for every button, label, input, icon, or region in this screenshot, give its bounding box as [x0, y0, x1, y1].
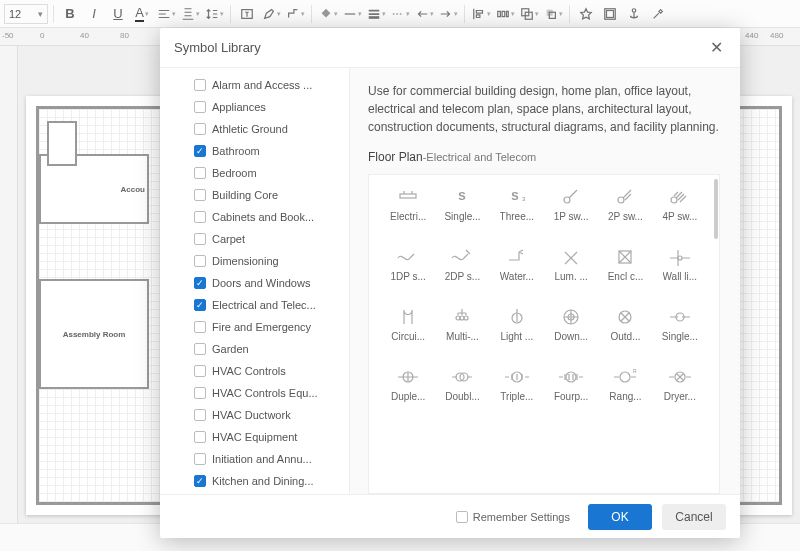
symbol-item[interactable]: SSingle... [435, 185, 489, 241]
checkbox-icon[interactable] [194, 79, 206, 91]
symbol-item[interactable]: S3Three... [490, 185, 544, 241]
line-weight-button[interactable] [365, 3, 387, 25]
symbol-item[interactable]: Wall li... [653, 245, 707, 301]
symbol-item[interactable]: Electri... [381, 185, 435, 241]
symbol-item[interactable]: Doubl... [435, 365, 489, 421]
checkbox-icon[interactable] [194, 321, 206, 333]
checkbox-icon[interactable] [194, 277, 206, 289]
align-button[interactable] [470, 3, 492, 25]
symbol-item[interactable]: Lum. ... [544, 245, 598, 301]
symbol-item[interactable]: 1DP s... [381, 245, 435, 301]
symbol-item[interactable]: Triple... [490, 365, 544, 421]
underline-button[interactable]: U [107, 3, 129, 25]
checkbox-icon[interactable] [194, 387, 206, 399]
category-item[interactable]: Garden [194, 338, 349, 360]
symbol-item[interactable]: 4P sw... [653, 185, 707, 241]
symbol-label: Wall li... [663, 271, 698, 282]
category-item[interactable]: HVAC Equipment [194, 426, 349, 448]
symbol-item[interactable]: Duple... [381, 365, 435, 421]
category-item[interactable]: HVAC Controls [194, 360, 349, 382]
category-item[interactable]: HVAC Ductwork [194, 404, 349, 426]
font-size-select[interactable]: 12 [4, 4, 48, 24]
category-item[interactable]: Initiation and Annu... [194, 448, 349, 470]
close-icon[interactable]: ✕ [706, 38, 726, 57]
symbol-icon [664, 185, 696, 207]
checkbox-icon[interactable] [194, 145, 206, 157]
text-align-v-button[interactable] [179, 3, 201, 25]
star-button[interactable] [575, 3, 597, 25]
checkbox-icon[interactable] [194, 123, 206, 135]
ok-button[interactable]: OK [588, 504, 652, 530]
symbol-item[interactable]: Dryer... [653, 365, 707, 421]
bold-button[interactable]: B [59, 3, 81, 25]
symbol-item[interactable]: Encl c... [598, 245, 652, 301]
category-item[interactable]: Fire and Emergency [194, 316, 349, 338]
cancel-button[interactable]: Cancel [662, 504, 726, 530]
fill-button[interactable] [317, 3, 339, 25]
connector-button[interactable] [284, 3, 306, 25]
checkbox-icon[interactable] [194, 167, 206, 179]
checkbox-icon[interactable] [194, 409, 206, 421]
symbol-item[interactable]: 2DP s... [435, 245, 489, 301]
category-item[interactable]: Athletic Ground [194, 118, 349, 140]
symbol-label: Doubl... [445, 391, 479, 402]
checkbox-icon[interactable] [194, 299, 206, 311]
symbol-item[interactable]: Water... [490, 245, 544, 301]
symbol-item[interactable]: Down... [544, 305, 598, 361]
checkbox-icon[interactable] [194, 475, 206, 487]
category-item[interactable]: Kitchen and Dining... [194, 470, 349, 492]
category-item[interactable]: Bedroom [194, 162, 349, 184]
category-item[interactable]: HVAC Controls Equ... [194, 382, 349, 404]
symbol-item[interactable]: 2P sw... [598, 185, 652, 241]
category-item[interactable]: Carpet [194, 228, 349, 250]
category-item[interactable]: Doors and Windows [194, 272, 349, 294]
category-item[interactable]: Bathroom [194, 140, 349, 162]
checkbox-icon[interactable] [194, 189, 206, 201]
pen-tool-button[interactable] [260, 3, 282, 25]
symbol-icon [446, 245, 478, 267]
symbol-item[interactable]: Circui... [381, 305, 435, 361]
category-item[interactable]: Dimensioning [194, 250, 349, 272]
anchor-button[interactable] [623, 3, 645, 25]
arrow-end-button[interactable] [437, 3, 459, 25]
symbol-item[interactable]: Light ... [490, 305, 544, 361]
category-item[interactable]: Appliances [194, 96, 349, 118]
text-align-h-button[interactable] [155, 3, 177, 25]
symbol-scrollbar[interactable] [713, 175, 719, 493]
italic-button[interactable]: I [83, 3, 105, 25]
text-tool-button[interactable] [236, 3, 258, 25]
z-order-button[interactable] [542, 3, 564, 25]
category-list[interactable]: Alarm and Access ...AppliancesAthletic G… [160, 68, 350, 494]
checkbox-icon[interactable] [194, 453, 206, 465]
arrow-start-button[interactable] [413, 3, 435, 25]
category-item[interactable]: Cabinets and Book... [194, 206, 349, 228]
tools-button[interactable] [647, 3, 669, 25]
symbol-item[interactable]: Multi-... [435, 305, 489, 361]
category-label: Cabinets and Book... [212, 211, 314, 223]
symbol-icon [501, 305, 533, 327]
font-color-button[interactable]: A [131, 3, 153, 25]
symbol-item[interactable]: Fourp... [544, 365, 598, 421]
checkbox-icon[interactable] [194, 101, 206, 113]
checkbox-icon[interactable] [194, 233, 206, 245]
wall-button[interactable] [599, 3, 621, 25]
group-button[interactable] [518, 3, 540, 25]
line-spacing-button[interactable] [203, 3, 225, 25]
category-item[interactable]: Electrical and Telec... [194, 294, 349, 316]
checkbox-icon[interactable] [194, 365, 206, 377]
symbol-item[interactable]: Single... [653, 305, 707, 361]
checkbox-icon[interactable] [194, 255, 206, 267]
checkbox-icon[interactable] [194, 343, 206, 355]
symbol-item[interactable]: Outd... [598, 305, 652, 361]
category-item[interactable]: Alarm and Access ... [194, 74, 349, 96]
symbol-item[interactable]: 1P sw... [544, 185, 598, 241]
distribute-button[interactable] [494, 3, 516, 25]
remember-settings-checkbox[interactable]: Remember Settings [456, 511, 570, 523]
checkbox-icon[interactable] [194, 211, 206, 223]
dash-style-button[interactable] [389, 3, 411, 25]
checkbox-icon[interactable] [194, 431, 206, 443]
symbol-icon: S3 [501, 185, 533, 207]
line-style-button[interactable] [341, 3, 363, 25]
category-item[interactable]: Building Core [194, 184, 349, 206]
symbol-item[interactable]: RRang... [598, 365, 652, 421]
